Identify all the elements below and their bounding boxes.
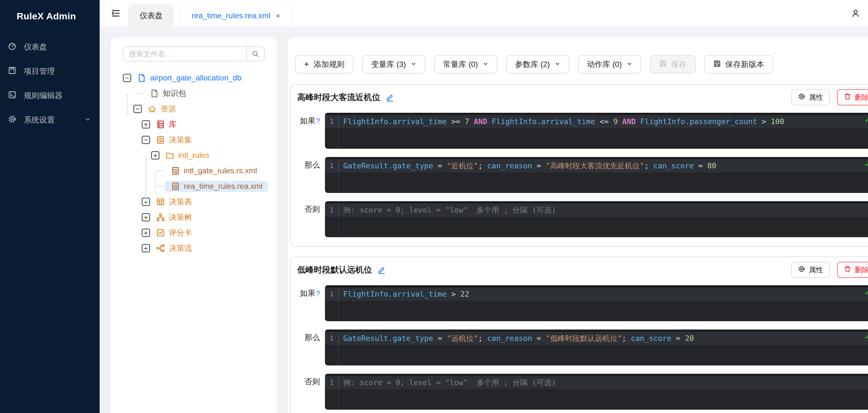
code-line: 1 例: score = 0; level = "low" 多个用 ; 分隔 (… [325, 203, 868, 217]
tree-expand-switcher[interactable]: + [142, 229, 150, 237]
file-icon [137, 73, 146, 82]
parameter-lib-dropdown[interactable]: 参数库 (2) [506, 55, 569, 73]
cluster-icon [156, 213, 165, 222]
placeholder-text: 例: score = 0; level = "low" 多个用 ; 分隔 (可选… [339, 376, 556, 389]
rule-delete-button[interactable]: 删除 [837, 262, 868, 278]
line-number: 1 [325, 332, 339, 345]
editor-toolbar: + 添加规则 变量库 (3) 常量库 (0) 参数库 (2) [295, 55, 868, 73]
tree-item-label: 库 [169, 119, 177, 130]
constant-lib-dropdown[interactable]: 常量库 (0) [434, 55, 497, 73]
if-code-editor[interactable]: 1 FlightInfo.arrival_time >= 7 AND Fligh… [325, 113, 868, 149]
then-code-editor[interactable]: 1 GateResult.gate_type = "近机位"; can_reas… [325, 157, 868, 193]
constant-lib-label: 常量库 (0) [443, 59, 478, 70]
sidebar-item-settings[interactable]: 系统设置 [0, 108, 100, 132]
tab-label: 仪表盘 [140, 10, 163, 21]
tree-collapse-switcher[interactable]: − [133, 105, 142, 113]
tree-item-label: intl_rules [178, 151, 209, 160]
rule-attrs-label: 属性 [809, 265, 823, 275]
close-icon[interactable]: × [276, 12, 280, 19]
tree-item-library[interactable]: + 库 [123, 117, 265, 132]
tree-expand-switcher[interactable]: + [151, 151, 159, 160]
help-icon[interactable]: ? [316, 289, 320, 298]
tree-expand-switcher[interactable]: + [142, 244, 150, 252]
tree-item-scorecard[interactable]: + 评分卡 [123, 225, 265, 241]
tab-bar: 仪表盘 rea_time_rules.rea.xml × [128, 0, 291, 27]
add-rule-button[interactable]: + 添加规则 [295, 55, 353, 73]
tree-item-decision-table[interactable]: + 决策表 [123, 194, 265, 210]
project-icon [8, 66, 17, 77]
code-text: GateResult.gate_type = "远机位"; can_reason… [339, 332, 694, 345]
tree-item-decision-flow[interactable]: + 决策流 [123, 241, 265, 256]
edit-icon[interactable] [377, 266, 386, 274]
then-row: 那么 1 GateResult.gate_type = "近机位"; can_r… [297, 157, 868, 193]
rule-delete-label: 删除 [855, 265, 868, 275]
sidebar-item-label: 项目管理 [24, 66, 55, 76]
action-lib-dropdown[interactable]: 动作库 (0) [578, 55, 641, 73]
rule-title: 高峰时段大客流近机位 [297, 92, 380, 103]
then-code-editor[interactable]: 1 GateResult.gate_type = "远机位"; can_reas… [325, 330, 868, 366]
search-input[interactable] [123, 46, 246, 61]
tree-expand-switcher[interactable]: + [142, 213, 150, 221]
tree-guide-line [155, 171, 156, 194]
code-body [325, 345, 868, 366]
file-explorer-panel: − airport_gate_allocation_db 知识包 − 资源 + … [111, 38, 277, 413]
sidebar-item-rule-editor[interactable]: 规则编辑器 [0, 83, 100, 108]
tree-collapse-switcher[interactable]: − [142, 136, 150, 144]
code-body [325, 301, 868, 321]
sidebar-item-dashboard[interactable]: 仪表盘 [0, 35, 100, 59]
rule-attrs-button[interactable]: 属性 [791, 89, 830, 105]
tree-item-decision-set[interactable]: − 决策集 [123, 132, 265, 148]
tab-dashboard[interactable]: 仪表盘 [128, 4, 174, 27]
edit-icon[interactable] [386, 93, 394, 101]
tree-item-decision-tree[interactable]: + 决策树 [123, 210, 265, 225]
tree-leaf-connector [156, 171, 163, 171]
search-button[interactable] [246, 46, 265, 61]
code-body [325, 217, 868, 237]
profile-icon [171, 182, 180, 191]
trash-icon [844, 265, 851, 275]
profile-icon [156, 135, 165, 144]
save-new-version-button[interactable]: 保存新版本 [705, 55, 773, 73]
action-lib-label: 动作库 (0) [587, 59, 622, 70]
tree-item-intl-gate-rules-file[interactable]: intl_gate_rules.rs.xml [123, 163, 265, 179]
then-label: 那么 [297, 157, 325, 193]
if-code-editor[interactable]: 1 FlightInfo.arrival_time > 22 ✓ [325, 285, 868, 321]
tree-item-rea-time-rules-file[interactable]: rea_time_rules.rea.xml [123, 179, 265, 194]
line-number: 1 [325, 287, 339, 301]
user-icon[interactable] [851, 8, 860, 18]
tree-item-root-db[interactable]: − airport_gate_allocation_db [123, 70, 265, 86]
sidebar-item-label: 规则编辑器 [24, 91, 63, 101]
tree-item-intl-rules-folder[interactable]: + intl_rules [123, 148, 265, 163]
sidebar-nav: 仪表盘 项目管理 规则编辑器 系统设置 [0, 35, 100, 132]
parameter-lib-label: 参数库 (2) [515, 59, 550, 70]
tree-expand-switcher[interactable]: + [142, 120, 150, 129]
if-row: 如果? 1 FlightInfo.arrival_time >= 7 AND F… [297, 113, 868, 149]
rule-attrs-button[interactable]: 属性 [791, 262, 830, 278]
tree-item-knowledge-pack[interactable]: 知识包 [123, 86, 265, 101]
save-new-version-label: 保存新版本 [725, 59, 764, 70]
then-label: 那么 [297, 330, 325, 366]
tab-rea-time-rules[interactable]: rea_time_rules.rea.xml × [181, 4, 291, 27]
valid-check-icon: ✓ [865, 115, 868, 124]
tree-collapse-switcher[interactable]: − [123, 74, 131, 82]
app-title: RuleX Admin [0, 0, 100, 32]
menu-fold-icon[interactable] [111, 8, 121, 18]
top-header: 仪表盘 rea_time_rules.rea.xml × [100, 0, 868, 27]
else-code-editor[interactable]: 1 例: score = 0; level = "low" 多个用 ; 分隔 (… [325, 374, 868, 410]
tree-item-label: 资源 [160, 104, 176, 114]
sidebar-item-projects[interactable]: 项目管理 [0, 59, 100, 83]
else-code-editor[interactable]: 1 例: score = 0; level = "low" 多个用 ; 分隔 (… [325, 201, 868, 237]
rule-delete-button[interactable]: 删除 [837, 89, 868, 105]
content-area: − airport_gate_allocation_db 知识包 − 资源 + … [100, 27, 868, 413]
settings-icon [8, 115, 17, 126]
tree-item-resources[interactable]: − 资源 [123, 101, 265, 117]
code-body [325, 389, 868, 410]
dashboard-icon [8, 42, 17, 53]
variable-lib-dropdown[interactable]: 变量库 (3) [362, 55, 426, 73]
tree-item-label: 知识包 [163, 88, 186, 99]
home-icon [148, 104, 157, 113]
tree-item-label: 评分卡 [169, 228, 192, 238]
help-icon[interactable]: ? [316, 117, 320, 125]
chevron-down-icon [626, 60, 632, 69]
save-button[interactable]: 保存 [650, 55, 695, 73]
